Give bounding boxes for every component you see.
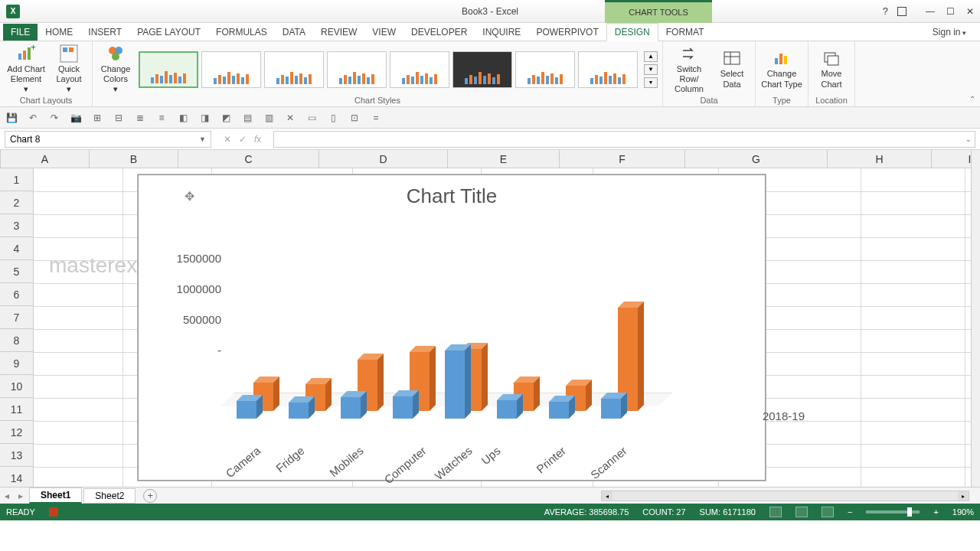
- qat-icon-2[interactable]: ⊟: [112, 111, 126, 125]
- row-header-7[interactable]: 7: [0, 306, 33, 329]
- column-header-G[interactable]: G: [685, 150, 828, 168]
- tab-format[interactable]: FORMAT: [658, 24, 712, 41]
- hscroll-left[interactable]: ◂: [602, 491, 612, 500]
- row-header-9[interactable]: 9: [0, 352, 33, 375]
- ribbon-display-options-icon[interactable]: [897, 7, 906, 16]
- chart-move-handle-icon[interactable]: ✥: [185, 189, 194, 204]
- chart-plot-area[interactable]: 1500000 1000000 500000 - CameraFridgeMob…: [160, 236, 734, 465]
- row-header-13[interactable]: 13: [0, 444, 33, 467]
- sign-in-link[interactable]: Sign in: [926, 24, 972, 41]
- formula-bar-expand-icon[interactable]: ⌄: [965, 135, 972, 143]
- row-header-3[interactable]: 3: [0, 214, 33, 237]
- style-scroll-up[interactable]: ▲: [644, 51, 658, 62]
- horizontal-scrollbar[interactable]: ◂ ▸: [601, 491, 969, 501]
- qat-icon-1[interactable]: ⊞: [90, 111, 104, 125]
- chart-style-2[interactable]: [201, 51, 261, 88]
- minimize-icon[interactable]: —: [923, 5, 937, 18]
- macro-record-icon[interactable]: [49, 507, 58, 517]
- name-box[interactable]: Chart 8 ▼: [5, 131, 211, 148]
- sheet-nav-prev[interactable]: ◂: [0, 491, 14, 501]
- camera-icon[interactable]: 📷: [69, 111, 83, 125]
- page-layout-view-icon[interactable]: [795, 507, 808, 517]
- row-header-4[interactable]: 4: [0, 237, 33, 260]
- qat-icon-3[interactable]: ≣: [133, 111, 147, 125]
- chart-style-7[interactable]: [515, 51, 575, 88]
- chart-title[interactable]: Chart Title: [139, 175, 765, 217]
- tab-powerpivot[interactable]: POWERPIVOT: [528, 24, 606, 41]
- redo-icon[interactable]: ↷: [47, 111, 61, 125]
- row-header-12[interactable]: 12: [0, 421, 33, 444]
- close-icon[interactable]: ✕: [963, 5, 977, 18]
- add-chart-element-button[interactable]: + Add Chart Element ▾: [5, 45, 47, 94]
- column-header-A[interactable]: A: [1, 150, 90, 168]
- collapse-ribbon-icon[interactable]: ⌃: [969, 95, 975, 103]
- row-header-8[interactable]: 8: [0, 329, 33, 352]
- column-header-C[interactable]: C: [178, 150, 319, 168]
- qat-icon-4[interactable]: ≡: [155, 111, 168, 125]
- chart-style-1[interactable]: [139, 51, 198, 88]
- tab-inquire[interactable]: INQUIRE: [475, 24, 528, 41]
- qat-icon-12[interactable]: ▯: [326, 111, 340, 125]
- column-header-F[interactable]: F: [560, 150, 685, 168]
- tab-page-layout[interactable]: PAGE LAYOUT: [129, 24, 208, 41]
- qat-icon-14[interactable]: =: [369, 111, 383, 125]
- column-header-E[interactable]: E: [448, 150, 560, 168]
- tab-formulas[interactable]: FORMULAS: [208, 24, 275, 41]
- embedded-chart[interactable]: ✥ Chart Title 1500000 1000000 500000 - C…: [138, 174, 766, 481]
- chart-style-6[interactable]: [452, 51, 512, 88]
- qat-icon-7[interactable]: ◩: [219, 111, 233, 125]
- style-scroll-down[interactable]: ▼: [644, 64, 658, 75]
- hscroll-right[interactable]: ▸: [958, 491, 969, 500]
- cancel-formula-icon[interactable]: ✕: [224, 134, 231, 145]
- insert-function-icon[interactable]: fx: [254, 134, 261, 145]
- qat-icon-6[interactable]: ◨: [198, 111, 211, 125]
- formula-bar[interactable]: ⌄: [273, 131, 975, 148]
- tab-data[interactable]: DATA: [275, 24, 313, 41]
- sheet-tab-sheet1[interactable]: Sheet1: [29, 487, 82, 504]
- add-sheet-button[interactable]: +: [143, 489, 157, 503]
- column-header-H[interactable]: H: [828, 150, 932, 168]
- tab-design[interactable]: DESIGN: [606, 23, 658, 41]
- zoom-in-button[interactable]: +: [933, 507, 938, 517]
- qat-icon-8[interactable]: ▤: [240, 111, 254, 125]
- chart-style-8[interactable]: [578, 51, 638, 88]
- qat-icon-5[interactable]: ◧: [176, 111, 190, 125]
- quick-layout-button[interactable]: Quick Layout ▾: [51, 45, 87, 94]
- zoom-slider[interactable]: [866, 510, 920, 514]
- enter-formula-icon[interactable]: ✓: [239, 134, 247, 145]
- style-scroll-more[interactable]: ▾: [644, 77, 658, 88]
- change-chart-type-button[interactable]: Change Chart Type: [760, 45, 803, 94]
- tab-developer[interactable]: DEVELOPER: [403, 24, 475, 41]
- qat-icon-9[interactable]: ▥: [262, 111, 276, 125]
- chart-style-3[interactable]: [264, 51, 324, 88]
- select-data-button[interactable]: Select Data: [714, 45, 750, 94]
- help-icon[interactable]: ?: [883, 5, 888, 17]
- zoom-out-button[interactable]: −: [848, 507, 852, 517]
- chart-style-4[interactable]: [327, 51, 387, 88]
- row-header-10[interactable]: 10: [0, 375, 33, 398]
- column-header-D[interactable]: D: [319, 150, 448, 168]
- row-header-6[interactable]: 6: [0, 283, 33, 306]
- save-icon[interactable]: 💾: [5, 111, 18, 125]
- maximize-icon[interactable]: ☐: [943, 5, 957, 18]
- sheet-tab-sheet2[interactable]: Sheet2: [83, 488, 136, 504]
- normal-view-icon[interactable]: [769, 507, 782, 517]
- page-break-view-icon[interactable]: [822, 507, 834, 517]
- row-header-5[interactable]: 5: [0, 260, 33, 283]
- tab-review[interactable]: REVIEW: [313, 24, 364, 41]
- undo-icon[interactable]: ↶: [26, 111, 40, 125]
- change-colors-button[interactable]: Change Colors ▾: [97, 45, 134, 94]
- tab-view[interactable]: VIEW: [364, 24, 403, 41]
- row-header-2[interactable]: 2: [0, 191, 33, 214]
- qat-icon-13[interactable]: ⊡: [348, 111, 361, 125]
- qat-icon-10[interactable]: ✕: [283, 111, 297, 125]
- zoom-percentage[interactable]: 190%: [952, 507, 974, 517]
- vertical-scrollbar[interactable]: [971, 150, 980, 487]
- name-box-dropdown-icon[interactable]: ▼: [199, 135, 206, 143]
- chart-style-5[interactable]: [390, 51, 449, 88]
- tab-insert[interactable]: INSERT: [80, 24, 129, 41]
- switch-row-column-button[interactable]: Switch Row/ Column: [668, 45, 710, 94]
- tab-file[interactable]: FILE: [3, 24, 38, 41]
- column-header-B[interactable]: B: [90, 150, 178, 168]
- tab-home[interactable]: HOME: [38, 24, 80, 41]
